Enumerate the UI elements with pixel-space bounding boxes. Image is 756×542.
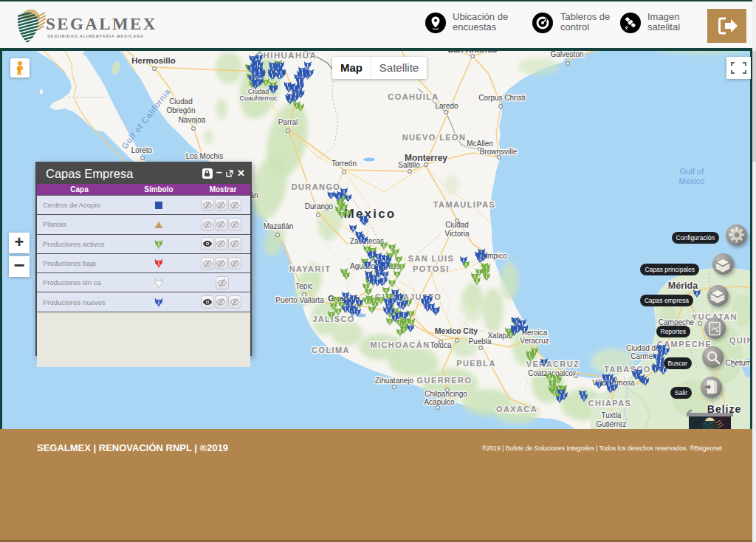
svg-text:Acapulco: Acapulco [424,398,455,406]
svg-text:Mexico: Mexico [679,176,705,185]
svg-text:TAMAULIPAS: TAMAULIPAS [433,200,495,209]
svg-text:MICHOACÁN: MICHOACÁN [370,340,430,349]
svg-text:CHIAPAS: CHIAPAS [588,399,632,408]
svg-text:Ciudad del: Ciudad del [626,344,662,352]
svg-text:Obregón: Obregón [167,106,196,114]
svg-text:Tuxtla: Tuxtla [602,411,622,419]
svg-text:Laredo: Laredo [435,102,458,110]
svg-text:Galveston: Galveston [550,51,583,58]
svg-text:Mérida: Mérida [668,281,698,291]
svg-text:Tepic: Tepic [295,282,312,290]
svg-text:Mazatlán: Mazatlán [264,222,294,230]
svg-text:POTOSI: POTOSI [413,264,450,273]
svg-text:Corpus Christi: Corpus Christi [478,94,525,102]
svg-text:COLIMA: COLIMA [312,346,350,354]
svg-text:McAllen: McAllen [467,140,493,148]
svg-text:Navojoa: Navojoa [179,116,206,124]
svg-text:Brownsville: Brownsville [480,148,518,156]
svg-text:Gutiérrez: Gutiérrez [596,420,626,428]
svg-text:CHIHUAHUA: CHIHUAHUA [256,51,317,60]
svg-text:Hermosillo: Hermosillo [131,56,175,65]
svg-text:Carmen: Carmen [630,352,657,360]
svg-text:Torreón: Torreón [331,159,357,168]
svg-text:DURANGO: DURANGO [292,182,341,191]
svg-text:Parral: Parral [278,118,298,126]
svg-text:OAXACA: OAXACA [496,405,537,414]
svg-text:Mexico City: Mexico City [435,326,478,335]
svg-text:SAN LUIS: SAN LUIS [408,254,455,263]
svg-text:GUERRERO: GUERRERO [417,376,472,385]
svg-text:Chetumal: Chetumal [726,359,751,367]
svg-text:Puerto Vallarta: Puerto Vallarta [275,296,324,304]
svg-text:Gulf of: Gulf of [680,167,704,176]
svg-text:TABASCO: TABASCO [604,365,650,374]
svg-text:Veracruz: Veracruz [520,337,549,345]
svg-text:QUINTANA: QUINTANA [729,336,751,345]
svg-text:Mexico: Mexico [344,207,396,221]
svg-text:Cuauhtemoc: Cuauhtemoc [239,95,278,102]
svg-text:VERACRUZ: VERACRUZ [526,360,580,368]
svg-text:San Antonio: San Antonio [447,51,497,54]
svg-text:Victoria: Victoria [444,230,470,238]
svg-text:Los Mochis: Los Mochis [186,152,224,160]
svg-text:COAHUILA: COAHUILA [388,92,439,101]
svg-text:Loreto: Loreto [131,146,153,154]
svg-text:NAYARIT: NAYARIT [289,264,331,273]
svg-text:NUEVO LEON: NUEVO LEON [402,133,467,142]
svg-text:Durango: Durango [305,202,334,210]
svg-text:Zihuatanejo: Zihuatanejo [375,377,414,385]
svg-text:Ciudad: Ciudad [169,97,193,106]
svg-text:PUEBLA: PUEBLA [456,359,496,368]
svg-text:Saltillo: Saltillo [398,161,420,169]
